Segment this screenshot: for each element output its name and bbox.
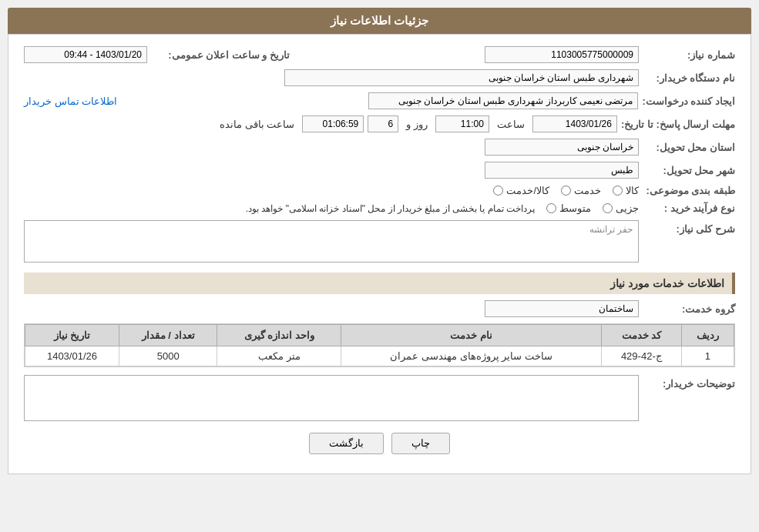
- cat-kala-khadamat-item: کالا/خدمت: [493, 185, 549, 196]
- neyaz-number-label: شماره نیاز:: [643, 49, 735, 61]
- col-row: ردیف: [681, 325, 734, 346]
- table-cell-1: ج-42-429: [601, 346, 681, 366]
- deadline-day-input: [368, 115, 398, 132]
- cat-khadamat-item: خدمت: [561, 185, 601, 196]
- category-radio-group: کالا خدمت کالا/خدمت: [493, 185, 639, 196]
- row-description: شرح کلی نیاز: حفر ترانشه: [24, 220, 735, 265]
- row-deadline: مهلت ارسال پاسخ: تا تاریخ: ساعت روز و سا…: [24, 115, 735, 132]
- announce-input: [24, 46, 147, 63]
- row-province: استان محل تحویل:: [24, 139, 735, 156]
- buyer-org-input: [284, 69, 639, 86]
- city-input: [485, 162, 639, 179]
- neyaz-number-input: [485, 46, 639, 63]
- back-button[interactable]: بازگشت: [309, 433, 384, 454]
- row-buyer-desc: توضیحات خریدار:: [24, 375, 735, 421]
- time-label: ساعت: [497, 119, 525, 130]
- print-button[interactable]: چاپ: [391, 433, 450, 454]
- process-radio-group: جزیی متوسط: [546, 202, 639, 214]
- col-qty: تعداد / مقدار: [119, 325, 217, 346]
- row-group-service: گروه خدمت:: [24, 300, 735, 317]
- col-date: تاریخ نیاز: [25, 325, 119, 346]
- deadline-remaining-input: [302, 115, 364, 132]
- deadline-label: مهلت ارسال پاسخ: تا تاریخ:: [621, 119, 735, 130]
- row-buyer-org: نام دستگاه خریدار:: [24, 69, 735, 86]
- row-city: شهر محل تحویل:: [24, 162, 735, 179]
- table-cell-3: متر مکعب: [217, 346, 341, 366]
- proc-jozi-radio[interactable]: [603, 203, 613, 213]
- table-cell-4: 5000: [119, 346, 217, 366]
- process-label: نوع فرآیند خرید :: [643, 202, 735, 214]
- col-code: کد خدمت: [601, 325, 681, 346]
- contact-link[interactable]: اطلاعات تماس خریدار: [24, 95, 117, 107]
- main-content: شماره نیاز: تاریخ و ساعت اعلان عمومی: نا…: [8, 34, 751, 474]
- button-row: چاپ بازگشت: [24, 433, 735, 462]
- buyer-desc-textarea[interactable]: [24, 375, 639, 421]
- services-section-title: اطلاعات خدمات مورد نیاز: [24, 273, 735, 294]
- cat-kala-radio[interactable]: [613, 186, 623, 196]
- services-table: ردیف کد خدمت نام خدمت واحد اندازه گیری ت…: [25, 324, 734, 366]
- col-unit: واحد اندازه گیری: [217, 325, 341, 346]
- deadline-date-input: [532, 115, 617, 132]
- creator-label: ایجاد کننده درخواست:: [642, 95, 735, 107]
- table-header-row: ردیف کد خدمت نام خدمت واحد اندازه گیری ت…: [25, 325, 734, 346]
- day-label: روز و: [406, 119, 428, 130]
- proc-motavaset-label: متوسط: [559, 202, 591, 214]
- description-section-label: شرح کلی نیاز:: [643, 220, 735, 235]
- col-name: نام خدمت: [341, 325, 602, 346]
- group-service-label: گروه خدمت:: [643, 303, 735, 315]
- remaining-label: ساعت باقی مانده: [220, 119, 294, 130]
- buyer-desc-label: توضیحات خریدار:: [643, 375, 735, 390]
- cat-khadamat-radio[interactable]: [561, 186, 571, 196]
- cat-kala-khadamat-radio[interactable]: [493, 186, 503, 196]
- deadline-time-input: [435, 115, 489, 132]
- announce-label: تاریخ و ساعت اعلان عمومی:: [151, 49, 290, 61]
- creator-input: [368, 92, 638, 109]
- proc-motavaset-item: متوسط: [546, 202, 591, 214]
- table-cell-5: 1403/01/26: [25, 346, 119, 366]
- group-service-input: [485, 300, 639, 317]
- description-textarea[interactable]: [24, 220, 639, 263]
- row-neyaz-number: شماره نیاز: تاریخ و ساعت اعلان عمومی:: [24, 46, 735, 63]
- table-cell-2: ساخت سایر پروژه‌های مهندسی عمران: [341, 346, 602, 366]
- row-process: نوع فرآیند خرید : جزیی متوسط پرداخت تمام…: [24, 202, 735, 214]
- services-table-container: ردیف کد خدمت نام خدمت واحد اندازه گیری ت…: [24, 323, 735, 367]
- cat-kala-item: کالا: [613, 185, 639, 196]
- table-row: 1ج-42-429ساخت سایر پروژه‌های مهندسی عمرا…: [25, 346, 734, 366]
- page-header: جزئیات اطلاعات نیاز: [8, 8, 751, 34]
- table-cell-0: 1: [681, 346, 734, 366]
- category-label: طبقه بندی موضوعی:: [643, 185, 735, 196]
- cat-khadamat-label: خدمت: [574, 185, 601, 196]
- cat-kala-label: کالا: [626, 185, 639, 196]
- page-title: جزئیات اطلاعات نیاز: [331, 14, 428, 27]
- proc-jozi-item: جزیی: [603, 202, 639, 214]
- row-creator: ایجاد کننده درخواست: اطلاعات تماس خریدار: [24, 92, 735, 109]
- buyer-org-label: نام دستگاه خریدار:: [643, 72, 735, 84]
- city-label: شهر محل تحویل:: [643, 165, 735, 176]
- province-input: [485, 139, 639, 156]
- cat-kala-khadamat-label: کالا/خدمت: [506, 185, 549, 196]
- process-notice: پرداخت تمام یا بخشی از مبلغ خریدار از مح…: [246, 203, 535, 214]
- proc-jozi-label: جزیی: [616, 202, 639, 214]
- row-category: طبقه بندی موضوعی: کالا خدمت کالا/خدمت: [24, 185, 735, 196]
- proc-motavaset-radio[interactable]: [546, 203, 556, 213]
- province-label: استان محل تحویل:: [643, 142, 735, 153]
